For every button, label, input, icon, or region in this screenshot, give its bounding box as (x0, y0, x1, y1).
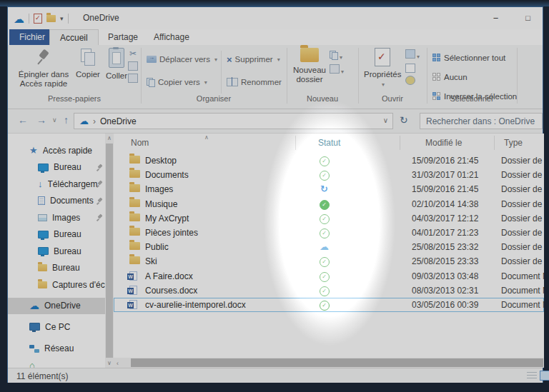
tab-partage[interactable]: Partage (98, 29, 148, 45)
delete-button[interactable]: × Supprimer ▾ (227, 52, 280, 66)
properties-quick-icon[interactable] (34, 14, 42, 24)
breadcrumb[interactable]: ☁ › OneDrive ∨ (74, 113, 393, 129)
status-cell: ✓ (319, 256, 330, 267)
back-button[interactable]: ← (18, 114, 28, 126)
status-cell: ✓ (319, 299, 330, 311)
sidebar-item-bureau[interactable]: Bureau (8, 159, 105, 176)
column-header-modifie-le[interactable]: Modifié le (425, 138, 462, 148)
copy-label: Copier (74, 70, 102, 79)
sidebar-item-captures-d-ecran[interactable]: Captures d'écran (8, 276, 105, 293)
breadcrumb-path[interactable]: OneDrive (100, 116, 137, 126)
onedrive-app-icon: ☁ (14, 14, 24, 24)
scroll-left-icon[interactable]: ‹ (117, 360, 119, 367)
status-cell: ✓ (319, 169, 330, 181)
move-to-button[interactable]: Déplacer vers ▾ (147, 52, 217, 66)
sidebar-scrollbar-thumb[interactable] (106, 144, 113, 358)
breadcrumb-dropdown-icon[interactable]: ∨ (383, 116, 388, 124)
copy-to-button[interactable]: Copier vers ▾ (147, 75, 207, 89)
clipboard-small-buttons: ✂ (128, 49, 138, 83)
open-icon[interactable]: ▾ (405, 49, 420, 61)
file-row-courses-docx[interactable]: Courses.docx✓08/03/2013 02:31Document M (114, 283, 544, 298)
horizontal-scrollbar-thumb[interactable] (131, 358, 543, 367)
tab-fichier[interactable]: Fichier (9, 29, 55, 45)
recent-locations-dropdown[interactable]: ∨ (52, 116, 57, 124)
pin-to-quick-access-button[interactable]: Épingler dans Accès rapide (14, 48, 74, 89)
minimize-button[interactable]: − (480, 7, 512, 29)
scroll-down-icon[interactable]: ∨ (105, 360, 114, 366)
file-list: Nom ∧ Statut Modifié le Type Desktop✓15/… (114, 134, 544, 358)
easy-access-icon[interactable]: ▾ (330, 51, 344, 61)
chevron-down-icon: ▾ (382, 81, 385, 88)
file-row-ski[interactable]: Ski✓25/08/2015 23:33Dossier de fic (114, 254, 544, 268)
properties-button[interactable]: Propriétés▾ (364, 48, 401, 89)
maximize-button[interactable]: □ (512, 7, 544, 29)
history-icon[interactable] (405, 76, 415, 85)
new-item-icon[interactable]: ▾ (330, 64, 344, 76)
status-cell: ✓ (319, 227, 330, 238)
sidebar-scrollbar[interactable]: ∧ ∨ (105, 134, 114, 368)
file-type: Document M (501, 271, 544, 281)
edit-icon[interactable] (405, 64, 415, 73)
item-count: 11 élément(s) (16, 371, 68, 381)
new-folder-quick-icon[interactable] (46, 15, 56, 22)
file-modified-date: 15/09/2016 21:45 (412, 184, 478, 194)
search-input[interactable] (420, 114, 542, 129)
scroll-up-icon[interactable]: ∧ (105, 135, 114, 141)
file-row-documents[interactable]: Documents✓31/03/2017 01:21Dossier de fic (114, 168, 544, 182)
file-row-musique[interactable]: Musique✓02/10/2014 14:38Dossier de fic (114, 197, 544, 211)
tab-affichage[interactable]: Affichage (144, 29, 199, 45)
paste-button[interactable]: Coller (102, 48, 131, 81)
select-none-button[interactable]: Aucun (432, 70, 468, 84)
column-separator[interactable] (400, 136, 400, 150)
list-view-button[interactable] (527, 371, 537, 381)
tab-accueil[interactable]: Accueil (49, 29, 99, 46)
column-header-type[interactable]: Type (504, 138, 523, 148)
sidebar-item-images[interactable]: Images (8, 209, 105, 226)
sidebar-item-telechargem[interactable]: ↓Téléchargem (8, 176, 105, 193)
column-separator[interactable] (494, 136, 495, 150)
sidebar-item-item[interactable]: ⌂ (8, 357, 105, 368)
column-header-nom[interactable]: Nom (131, 138, 149, 148)
cut-icon[interactable]: ✂ (128, 49, 138, 59)
column-separator[interactable] (295, 136, 296, 150)
sidebar-item-bureau[interactable]: Bureau (8, 243, 105, 260)
separator (68, 14, 69, 24)
file-row-images[interactable]: Images↻15/09/2016 21:45Dossier de fic (114, 182, 544, 196)
quick-access-star-icon: ★ (29, 146, 38, 155)
sidebar-item-reseau[interactable]: Réseau (8, 341, 105, 358)
new-folder-button[interactable]: Nouveau dossier (291, 48, 328, 84)
sidebar-item-onedrive[interactable]: ☁OneDrive (8, 298, 105, 315)
file-row-desktop[interactable]: Desktop✓15/09/2016 21:45Dossier de fic (114, 154, 544, 168)
horizontal-scrollbar[interactable]: ‹ (114, 358, 544, 368)
paste-shortcut-icon[interactable] (128, 74, 138, 83)
status-cloud-only-icon: ☁ (320, 241, 329, 252)
column-header-statut[interactable]: Statut (318, 138, 340, 148)
file-name: Courses.docx (145, 286, 197, 296)
search-box[interactable] (420, 113, 543, 129)
file-row-a-faire-docx[interactable]: A Faire.docx✓09/03/2013 03:48Document M (114, 269, 544, 283)
sidebar-item-bureau[interactable]: Bureau (8, 260, 105, 277)
rename-button[interactable]: Renommer (227, 75, 282, 89)
up-button[interactable]: ↑ (64, 114, 69, 126)
rename-label: Renommer (241, 78, 282, 86)
sidebar-item-acces-rapide[interactable]: ★Accès rapide (8, 142, 105, 159)
file-row-cv-aurelie-intemporel-docx[interactable]: cv-aurelie-intemporel.docx✓03/05/2016 00… (114, 298, 544, 312)
sidebar-item-ce-pc[interactable]: Ce PC (8, 318, 105, 336)
qat-dropdown-icon[interactable]: ▾ (60, 15, 64, 22)
copy-button[interactable]: Copier (74, 48, 102, 79)
downloads-arrow-icon: ↓ (38, 179, 43, 189)
select-all-button[interactable]: Sélectionner tout (432, 51, 505, 65)
forward-button[interactable]: → (36, 114, 46, 126)
file-type: Dossier de fic (501, 170, 544, 180)
details-view-button[interactable] (540, 371, 549, 381)
file-row-pieces-jointes[interactable]: Pièces jointes✓04/01/2017 21:23Dossier d… (114, 226, 544, 240)
sidebar-item-bureau[interactable]: Bureau (8, 226, 105, 243)
sidebar-item-label: OneDrive (44, 301, 81, 311)
file-row-my-axcrypt[interactable]: My AxCrypt✓04/03/2017 12:12Dossier de fi… (114, 211, 544, 226)
refresh-button[interactable]: ↻ (400, 114, 408, 126)
sidebar-item-documents[interactable]: Documents (8, 193, 105, 210)
file-type: Dossier de fic (501, 213, 544, 223)
status-cell: ✓ (319, 198, 330, 210)
copy-path-icon[interactable] (128, 61, 138, 71)
file-row-public[interactable]: Public☁25/08/2015 23:32Dossier de fic (114, 240, 544, 254)
